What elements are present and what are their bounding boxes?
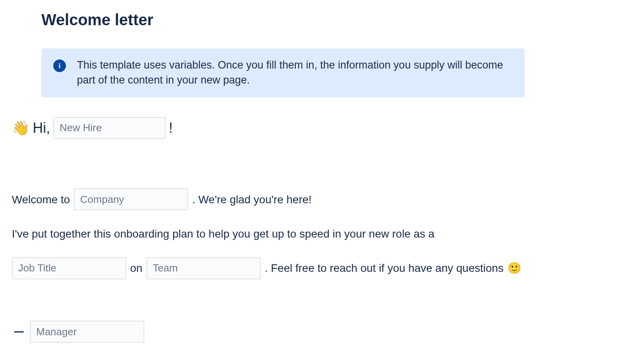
greeting-line: 👋 Hi, !: [12, 117, 623, 139]
new-hire-input[interactable]: [53, 117, 166, 139]
reach-out-text: . Feel free to reach out if you have any…: [265, 255, 503, 281]
info-icon: i: [53, 59, 66, 72]
team-input[interactable]: [146, 257, 261, 279]
company-input[interactable]: [74, 188, 188, 210]
dash-icon: [14, 331, 24, 332]
greeting-prefix: Hi,: [33, 120, 50, 136]
plan-text: I've put together this onboarding plan t…: [12, 221, 435, 247]
welcome-prefix: Welcome to: [12, 186, 70, 213]
signature-line: [12, 321, 623, 343]
info-panel: i This template uses variables. Once you…: [41, 48, 525, 97]
smile-emoji-icon: 🙂: [508, 255, 521, 281]
greeting-suffix: !: [169, 120, 173, 136]
body-block: Welcome to . We're glad you're here! I'v…: [12, 186, 623, 282]
wave-emoji-icon: 👋: [12, 120, 30, 136]
welcome-suffix: . We're glad you're here!: [192, 186, 312, 213]
job-title-input[interactable]: [12, 257, 126, 279]
content-body: 👋 Hi, ! Welcome to . We're glad you're h…: [12, 117, 623, 343]
page-title: Welcome letter: [41, 11, 623, 29]
on-text: on: [130, 255, 142, 281]
manager-input[interactable]: [30, 321, 144, 343]
info-panel-text: This template uses variables. Once you f…: [77, 58, 513, 88]
